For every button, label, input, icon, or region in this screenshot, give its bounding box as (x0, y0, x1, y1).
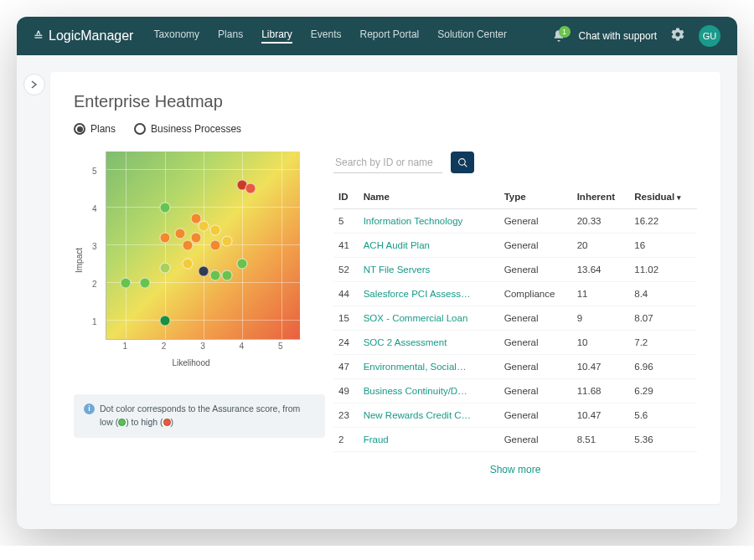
cell-inherent: 20 (572, 234, 630, 258)
y-tick: 4 (92, 203, 97, 213)
nav-library[interactable]: Library (261, 28, 292, 44)
cell-inherent: 10 (572, 331, 630, 355)
col-type[interactable]: Type (499, 185, 572, 209)
data-point[interactable] (183, 259, 194, 270)
nav-solution-center[interactable]: Solution Center (437, 28, 507, 44)
data-point[interactable] (159, 262, 170, 273)
cell-name-link[interactable]: ACH Audit Plan (359, 234, 499, 258)
chart-canvas (106, 152, 300, 340)
plans-table: ID Name Type Inherent Residual 5 Informa… (333, 185, 697, 452)
cell-name-link[interactable]: Business Continuity/D… (359, 379, 499, 403)
data-point[interactable] (221, 236, 232, 247)
app-logo[interactable]: ≙ LogicManager (34, 28, 133, 44)
logo-icon: ≙ (34, 29, 44, 43)
col-residual[interactable]: Residual (629, 185, 697, 209)
table-row: 24 SOC 2 Assessment General 10 7.2 (333, 331, 697, 355)
gear-icon (670, 27, 685, 42)
nav-events[interactable]: Events (311, 28, 342, 44)
cell-id: 41 (333, 234, 359, 258)
cell-inherent: 9 (572, 306, 630, 331)
cell-id: 15 (333, 306, 359, 331)
cell-residual: 16.22 (629, 209, 697, 234)
table-row: 44 Salesforce PCI Assess… Compliance 11 … (333, 282, 697, 306)
data-point[interactable] (199, 221, 209, 232)
chat-support-link[interactable]: Chat with support (579, 30, 657, 42)
table-row: 41 ACH Audit Plan General 20 16 (333, 234, 697, 258)
y-tick: 1 (92, 316, 97, 326)
y-tick: 5 (92, 166, 97, 175)
cell-name-link[interactable]: NT File Servers (359, 258, 499, 282)
cell-name-link[interactable]: Environmental, Social… (359, 355, 499, 379)
search-icon (457, 157, 468, 168)
radio-plans-label: Plans (90, 123, 116, 135)
table-row: 49 Business Continuity/D… General 11.68 … (333, 379, 697, 403)
cell-id: 2 (333, 428, 359, 452)
cell-id: 52 (333, 258, 359, 282)
top-navbar: ≙ LogicManager TaxonomyPlansLibraryEvent… (17, 17, 737, 55)
data-point[interactable] (209, 270, 220, 280)
table-row: 15 SOX - Commercial Loan General 9 8.07 (333, 306, 697, 331)
view-toggle: Plans Business Processes (74, 123, 697, 135)
legend-note: i Dot color corresponds to the Assurance… (74, 394, 325, 438)
cell-name-link[interactable]: SOC 2 Assessment (359, 331, 499, 355)
nav-report-portal[interactable]: Report Portal (360, 28, 420, 44)
y-tick: 2 (92, 279, 97, 288)
nav-taxonomy[interactable]: Taxonomy (153, 28, 199, 44)
col-name[interactable]: Name (359, 185, 499, 209)
table-row: 47 Environmental, Social… General 10.47 … (333, 355, 697, 379)
data-point[interactable] (199, 266, 209, 277)
settings-button[interactable] (670, 27, 685, 45)
data-point[interactable] (209, 224, 220, 235)
nav-plans[interactable]: Plans (218, 28, 243, 44)
notifications-bell[interactable]: 1 (552, 29, 566, 43)
cell-inherent: 11 (572, 282, 630, 306)
cell-inherent: 10.47 (572, 403, 630, 428)
data-point[interactable] (175, 229, 186, 239)
data-point[interactable] (237, 259, 248, 270)
data-point[interactable] (121, 277, 132, 288)
col-id[interactable]: ID (333, 185, 359, 209)
cell-name-link[interactable]: Fraud (359, 428, 499, 452)
cell-name-link[interactable]: Salesforce PCI Assess… (359, 282, 499, 306)
cell-residual: 7.2 (629, 331, 697, 355)
cell-residual: 5.6 (629, 403, 697, 428)
cell-type: General (499, 428, 572, 452)
cell-type: General (499, 403, 572, 428)
cell-id: 44 (333, 282, 359, 306)
data-point[interactable] (140, 277, 151, 288)
cell-inherent: 10.47 (572, 355, 630, 379)
data-point[interactable] (159, 232, 170, 243)
sidebar-toggle[interactable] (23, 74, 45, 95)
show-more-link[interactable]: Show more (333, 452, 697, 479)
data-point[interactable] (159, 202, 170, 213)
cell-inherent: 8.51 (572, 428, 630, 452)
cell-inherent: 13.64 (572, 258, 630, 282)
cell-name-link[interactable]: Information Technology (359, 209, 499, 234)
legend-text: Dot color corresponds to the Assurance s… (100, 403, 315, 429)
high-dot-icon (163, 419, 171, 426)
cell-id: 49 (333, 379, 359, 403)
search-input[interactable] (333, 152, 442, 173)
cell-id: 5 (333, 209, 359, 234)
data-point[interactable] (245, 183, 256, 194)
table-row: 52 NT File Servers General 13.64 11.02 (333, 258, 697, 282)
y-tick: 3 (92, 241, 97, 250)
heatmap-chart[interactable]: Impact Likelihood 1234512345 (74, 152, 308, 369)
radio-business-processes[interactable]: Business Processes (134, 123, 241, 135)
user-avatar[interactable]: GU (699, 25, 720, 47)
cell-inherent: 20.33 (572, 209, 630, 234)
radio-plans[interactable]: Plans (74, 123, 116, 135)
data-point[interactable] (190, 232, 201, 243)
data-point[interactable] (209, 239, 220, 250)
cell-name-link[interactable]: SOX - Commercial Loan (359, 306, 499, 331)
info-icon: i (84, 403, 95, 414)
cell-id: 24 (333, 331, 359, 355)
notif-badge: 1 (559, 26, 571, 38)
cell-type: Compliance (499, 282, 572, 306)
cell-name-link[interactable]: New Rewards Credit C… (359, 403, 499, 428)
data-point[interactable] (159, 315, 170, 326)
search-button[interactable] (451, 152, 474, 173)
data-point[interactable] (221, 270, 232, 280)
cell-residual: 8.4 (629, 282, 697, 306)
col-inherent[interactable]: Inherent (572, 185, 630, 209)
